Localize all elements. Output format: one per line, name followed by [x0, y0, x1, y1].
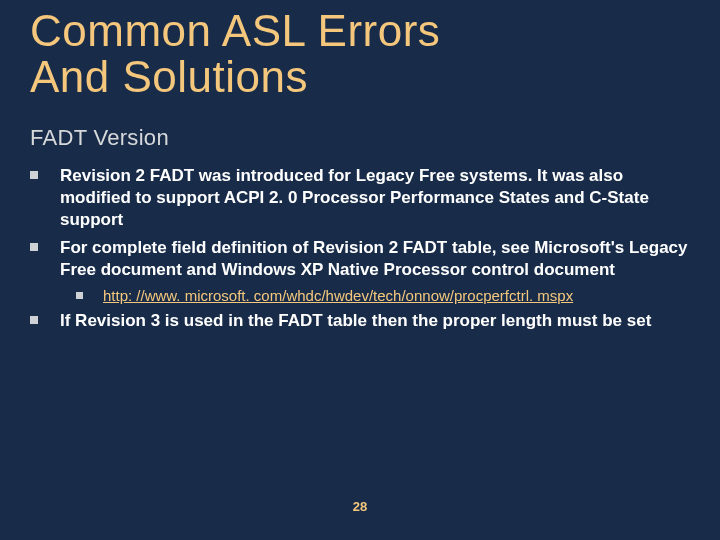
bullet-list: Revision 2 FADT was introduced for Legac… [30, 165, 690, 339]
slide: Common ASL Errors And Solutions FADT Ver… [0, 0, 720, 540]
square-bullet-icon [76, 292, 83, 299]
sub-bullet-item: http: //www. microsoft. com/whdc/hwdev/t… [76, 287, 690, 304]
bullet-text: If Revision 3 is used in the FADT table … [60, 310, 651, 332]
square-bullet-icon [30, 316, 38, 324]
bullet-item: If Revision 3 is used in the FADT table … [30, 310, 690, 332]
title-line-1: Common ASL Errors [30, 6, 440, 55]
bullet-text: Revision 2 FADT was introduced for Legac… [60, 165, 690, 231]
page-number: 28 [0, 499, 720, 514]
slide-subtitle: FADT Version [30, 125, 169, 151]
square-bullet-icon [30, 243, 38, 251]
title-line-2: And Solutions [30, 52, 308, 101]
bullet-text: For complete field definition of Revisio… [60, 237, 690, 281]
slide-title: Common ASL Errors And Solutions [30, 8, 440, 100]
link-procperfctrl[interactable]: http: //www. microsoft. com/whdc/hwdev/t… [103, 287, 573, 304]
bullet-item: Revision 2 FADT was introduced for Legac… [30, 165, 690, 231]
bullet-item: For complete field definition of Revisio… [30, 237, 690, 281]
square-bullet-icon [30, 171, 38, 179]
